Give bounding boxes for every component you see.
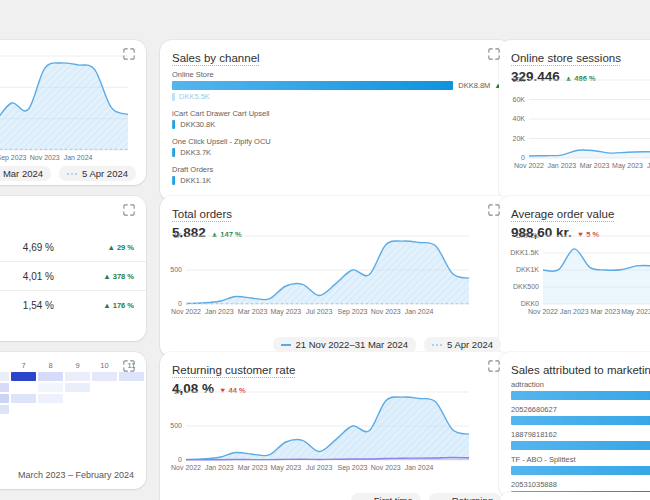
expand-icon[interactable]: [122, 48, 136, 62]
returning-rate-chart: 05001KNov 2022Jan 2023Mar 2023May 2023Ju…: [170, 388, 477, 472]
legend-compare-period[interactable]: 5 Apr 2024: [59, 166, 136, 181]
svg-text:80K: 80K: [513, 76, 526, 83]
card-title[interactable]: Sales by channel: [172, 52, 260, 64]
heatmap-cell: [38, 405, 63, 414]
svg-text:60K: 60K: [513, 96, 526, 103]
expand-icon[interactable]: [122, 204, 136, 218]
marketing-row: 20526680627: [511, 405, 650, 425]
svg-text:DKK1.5K: DKK1.5K: [510, 249, 539, 256]
svg-text:Jan 2024: Jan 2024: [405, 308, 434, 315]
heatmap-cell: [11, 427, 36, 436]
heatmap-cell: [0, 405, 9, 414]
channel-value: DKK30.8K: [180, 120, 215, 129]
marketing-bar: [511, 466, 650, 475]
channel-value: DKK1.1K: [180, 176, 211, 185]
trend-chart: Nov 2022Jan 2023Mar 2023May 2023Jul 2023…: [0, 52, 136, 162]
conversion-row: 1,54 % ▲ 176 %: [0, 291, 146, 319]
heatmap-cell: [119, 438, 144, 447]
channel-label: iCart Cart Drawer Cart Upsell: [172, 109, 499, 118]
card-trend: Nov 2022Jan 2023Mar 2023May 2023Jul 2023…: [0, 40, 146, 185]
heatmap-cell: [65, 416, 90, 425]
heatmap-cell: [38, 383, 63, 392]
heatmap-cell: [92, 383, 117, 392]
marketing-bar: [511, 391, 650, 400]
heatmap-cell: [92, 438, 117, 447]
expand-icon[interactable]: [122, 360, 136, 374]
heatmap-cell: [119, 416, 144, 425]
conversion-value: 1,54 %: [0, 300, 54, 311]
total-orders-chart: 05001KNov 2022Jan 2023Mar 2023May 2023Ju…: [170, 232, 477, 316]
expand-icon[interactable]: [487, 48, 501, 62]
cohort-date-range: March 2023 – February 2024: [18, 470, 134, 480]
svg-text:Nov 2022: Nov 2022: [528, 308, 558, 315]
svg-text:Jan 2023: Jan 2023: [205, 308, 234, 315]
svg-text:Sep 2023: Sep 2023: [337, 464, 367, 472]
conversion-value: 4,01 %: [0, 271, 54, 282]
svg-text:0: 0: [521, 154, 525, 161]
card-title[interactable]: Average order value: [511, 208, 614, 220]
channel-row: Draft Orders DKK1.1K: [172, 165, 499, 185]
svg-text:0: 0: [178, 456, 182, 463]
expand-icon-glyph: [123, 48, 135, 60]
heatmap-cell: [65, 394, 90, 403]
marketing-bar: [511, 441, 650, 450]
svg-text:Mar 2023: Mar 2023: [580, 162, 610, 169]
heatmap-cell: [11, 438, 36, 447]
marketing-label: TF - ABO - Splittest: [511, 455, 650, 464]
card-title[interactable]: Sales attributed to marketing: [511, 364, 650, 376]
legend-current-period[interactable]: 21 Nov 2022–31 Mar 2024: [273, 337, 417, 352]
marketing-label: adtraction: [511, 380, 650, 389]
legend-first-time[interactable]: First time: [351, 493, 421, 500]
legend-current-period[interactable]: 21 Nov 2022–31 Mar 2024: [0, 166, 51, 181]
svg-text:Jul 2023: Jul 2023: [306, 464, 333, 471]
svg-text:DKK2K: DKK2K: [516, 232, 539, 239]
expand-icon-glyph: [123, 204, 135, 216]
card-online-store-sessions: Online store sessions 329.446 ▲ 486 % 02…: [499, 40, 650, 201]
card-title[interactable]: Total orders: [172, 208, 232, 220]
heatmap-cell: [65, 438, 90, 447]
legend-first-time-label: First time: [374, 495, 413, 500]
svg-text:May 2023: May 2023: [271, 308, 302, 316]
conversion-row: 4,69 % ▲ 29 %: [0, 233, 146, 262]
legend-current-label: 21 Nov 2022–31 Mar 2024: [0, 168, 43, 179]
heatmap-cell: [38, 438, 63, 447]
svg-text:1K: 1K: [173, 388, 182, 395]
heatmap-cell: [92, 394, 117, 403]
expand-icon[interactable]: [487, 360, 501, 374]
legend-returning-label: Returning: [452, 495, 493, 500]
legend-returning[interactable]: Returning: [429, 493, 501, 500]
card-title[interactable]: Online store sessions: [511, 52, 621, 64]
heatmap-cell: [0, 416, 9, 425]
chart-legend: First time Returning: [351, 493, 501, 500]
channel-bar: [172, 148, 175, 157]
heatmap-cell: [65, 427, 90, 436]
svg-text:Sep 2023: Sep 2023: [0, 154, 27, 162]
marketing-row: adtraction: [511, 380, 650, 400]
card-next-row-stub: [499, 492, 650, 500]
heatmap-cell: [0, 372, 9, 381]
chart-legend: 21 Nov 2022–31 Mar 2024 5 Apr 2024: [273, 337, 501, 352]
channel-bar: [172, 120, 175, 129]
expand-icon[interactable]: [487, 204, 501, 218]
card-title[interactable]: Returning customer rate: [172, 364, 295, 376]
heatmap-cell: [38, 427, 63, 436]
heatmap-cell: [11, 383, 36, 392]
channel-row: Online Store DKK8.8M ▲ 124.16 % DKK5.5K: [172, 70, 499, 101]
heatmap-cell: [92, 427, 117, 436]
card-sales-by-channel: Sales by channel Online Store DKK8.8M ▲ …: [160, 40, 511, 201]
compare-period-mark-icon: [67, 173, 77, 175]
legend-current-label: 21 Nov 2022–31 Mar 2024: [296, 339, 409, 350]
heatmap-cells: [0, 372, 144, 447]
conversion-delta: ▲ 29 %: [54, 243, 134, 252]
heatmap-cell: [65, 383, 90, 392]
svg-text:Mar 2023: Mar 2023: [238, 464, 268, 471]
conversion-row: 4,01 % ▲ 378 %: [0, 262, 146, 291]
svg-text:1K: 1K: [173, 232, 182, 239]
marketing-bar: [511, 416, 650, 425]
legend-compare-period[interactable]: 5 Apr 2024: [424, 337, 501, 352]
svg-text:500: 500: [170, 266, 182, 273]
svg-text:Nov 2022: Nov 2022: [171, 464, 201, 471]
svg-text:Nov 2023: Nov 2023: [30, 154, 60, 161]
conversion-value: 4,69 %: [0, 242, 54, 253]
heatmap-cell: [11, 394, 36, 403]
